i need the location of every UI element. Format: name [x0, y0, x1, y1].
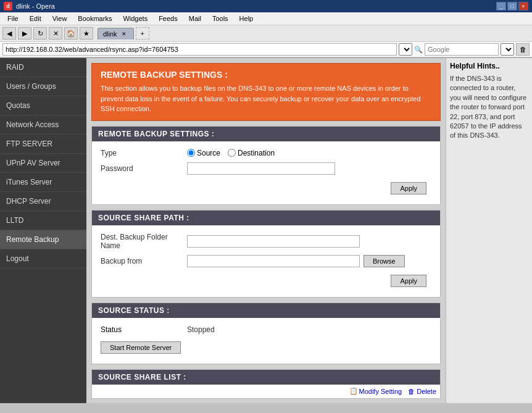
source-status-section: SOURCE STATUS : Status Stopped Start Rem… [91, 302, 441, 364]
apply-row-2: Apply [101, 272, 431, 290]
tab-close-btn[interactable]: ✕ [120, 30, 128, 38]
source-share-path-body: Dest. Backup Folder Name Backup from Bro… [92, 225, 440, 297]
backup-from-label: Backup from [101, 257, 187, 265]
toolbar: ◀ ▶ ↻ ✕ 🏠 ★ dlink ✕ + [0, 25, 532, 42]
forward-btn[interactable]: ▶ [18, 27, 31, 40]
sidebar: RAID Users / Groups Quotas Network Acces… [0, 58, 86, 403]
remote-backup-settings-section: REMOTE BACKUP SETTINGS : Type Source Des… [91, 126, 441, 205]
bookmarks-btn[interactable]: ★ [80, 27, 93, 40]
dest-folder-input[interactable] [187, 235, 360, 248]
sidebar-item-dhcp-server[interactable]: DHCP Server [0, 192, 86, 211]
maximize-btn[interactable]: □ [507, 2, 517, 10]
search-input[interactable] [425, 43, 499, 56]
delete-link[interactable]: 🗑 Delete [407, 387, 436, 396]
sidebar-item-logout[interactable]: Logout [0, 249, 86, 269]
header-banner: REMOTE BACKUP SETTINGS : This section al… [91, 63, 441, 121]
source-share-list-header: SOURCE SHARE LIST : [92, 370, 440, 385]
password-input[interactable] [187, 162, 335, 175]
status-label: Status [101, 325, 187, 334]
apply-button-1[interactable]: Apply [391, 182, 426, 194]
sidebar-item-itunes-server[interactable]: iTunes Server [0, 173, 86, 192]
menu-bookmarks[interactable]: Bookmarks [73, 14, 117, 23]
search-icon: 🔍 [414, 46, 423, 54]
back-btn[interactable]: ◀ [2, 27, 16, 40]
sidebar-item-remote-backup[interactable]: Remote Backup [0, 230, 86, 249]
menu-feeds[interactable]: Feeds [154, 14, 183, 23]
address-dropdown[interactable] [399, 43, 412, 56]
menu-mail[interactable]: Mail [184, 14, 206, 23]
status-value: Stopped [187, 325, 215, 334]
home-btn[interactable]: 🏠 [64, 27, 78, 40]
reload-btn[interactable]: ↻ [33, 27, 47, 40]
minimize-btn[interactable]: _ [496, 2, 506, 10]
source-share-list-footer: 📋 Modify Setting 🗑 Delete [92, 385, 440, 398]
window-title: dlink - Opera [16, 2, 55, 10]
address-bar: 🔍 🗑 [0, 42, 532, 57]
browser-tab[interactable]: dlink ✕ [98, 28, 134, 40]
browser-icon: d [4, 2, 12, 10]
title-bar: d dlink - Opera _ □ × [0, 0, 532, 12]
menu-edit[interactable]: Edit [25, 14, 46, 23]
menu-tools[interactable]: Tools [207, 14, 233, 23]
sidebar-item-users-groups[interactable]: Users / Groups [0, 77, 86, 96]
sidebar-item-ftp-server[interactable]: FTP SERVER [0, 135, 86, 154]
dest-folder-row: Dest. Backup Folder Name [101, 233, 431, 250]
menu-view[interactable]: View [48, 14, 72, 23]
source-share-list-section: SOURCE SHARE LIST : 📋 Modify Setting 🗑 D… [91, 369, 441, 399]
menu-help[interactable]: Help [235, 14, 259, 23]
search-dropdown[interactable] [501, 43, 514, 56]
password-row: Password [101, 162, 431, 175]
status-row: Status Stopped [101, 325, 431, 334]
type-label: Type [101, 149, 187, 157]
sidebar-item-lltd[interactable]: LLTD [0, 211, 86, 230]
help-title: Helpful Hints.. [450, 62, 528, 70]
apply-row-1: Apply [101, 180, 431, 197]
apply-button-2[interactable]: Apply [391, 275, 426, 287]
sidebar-item-quotas[interactable]: Quotas [0, 96, 86, 115]
trash-btn[interactable]: 🗑 [516, 43, 530, 56]
source-share-path-section: SOURCE SHARE PATH : Dest. Backup Folder … [91, 210, 441, 298]
page-title: REMOTE BACKUP SETTINGS : [101, 70, 431, 80]
source-radio[interactable] [187, 149, 195, 157]
menu-bar: File Edit View Bookmarks Widgets Feeds M… [0, 12, 532, 25]
page-container: RAID Users / Groups Quotas Network Acces… [0, 58, 532, 403]
modify-setting-link[interactable]: 📋 Modify Setting [349, 387, 402, 396]
address-input[interactable] [2, 43, 397, 56]
type-row: Type Source Destination [101, 149, 431, 157]
delete-icon: 🗑 [407, 387, 415, 396]
type-radio-group: Source Destination [187, 149, 275, 157]
sidebar-item-upnp-av-server[interactable]: UPnP AV Server [0, 154, 86, 173]
source-radio-label: Source [187, 149, 220, 157]
menu-file[interactable]: File [2, 14, 23, 23]
browse-button[interactable]: Browse [364, 255, 405, 267]
close-btn[interactable]: × [518, 2, 528, 10]
source-share-path-header: SOURCE SHARE PATH : [92, 211, 440, 225]
start-server-row: Start Remote Server [101, 339, 431, 356]
sidebar-item-network-access[interactable]: Network Access [0, 115, 86, 135]
password-label: Password [101, 164, 187, 173]
dest-folder-label: Dest. Backup Folder Name [101, 233, 187, 250]
help-text: If the DNS-343 is connected to a router,… [450, 74, 528, 141]
window-controls: _ □ × [496, 2, 528, 10]
remote-backup-settings-header: REMOTE BACKUP SETTINGS : [92, 127, 440, 141]
sidebar-item-raid[interactable]: RAID [0, 58, 86, 77]
remote-backup-settings-body: Type Source Destination Password [92, 141, 440, 204]
backup-from-row: Backup from Browse [101, 255, 431, 267]
help-panel: Helpful Hints.. If the DNS-343 is connec… [446, 58, 532, 403]
destination-radio-label: Destination [228, 149, 275, 157]
menu-widgets[interactable]: Widgets [118, 14, 152, 23]
destination-radio[interactable] [228, 149, 236, 157]
stop-btn[interactable]: ✕ [49, 27, 62, 40]
main-content: REMOTE BACKUP SETTINGS : This section al… [86, 58, 446, 403]
backup-from-input[interactable] [187, 255, 360, 267]
tab-label: dlink [103, 30, 117, 38]
source-status-body: Status Stopped Start Remote Server [92, 318, 440, 364]
new-tab-btn[interactable]: + [136, 27, 149, 40]
source-status-header: SOURCE STATUS : [92, 303, 440, 318]
modify-icon: 📋 [349, 387, 358, 396]
header-description: This section allows you to backup files … [101, 83, 431, 114]
start-remote-server-button[interactable]: Start Remote Server [101, 341, 181, 354]
